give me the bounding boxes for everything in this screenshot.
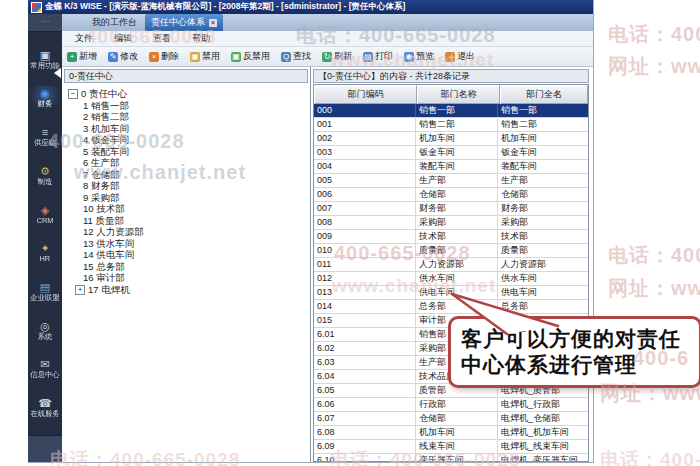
table-cell: 装配车间: [498, 160, 588, 173]
sidebar-CRM-icon: ◈: [41, 204, 49, 216]
sidebar-item-信息中心[interactable]: ✉信息中心: [28, 357, 62, 380]
table-panel: 【0-责任中心】的内容 - 共计28条记录 部门编码部门名称部门全名 000销售…: [311, 67, 593, 462]
tree-item[interactable]: 10 技术部: [68, 203, 310, 215]
toolbar-button-退出[interactable]: →退出: [445, 50, 475, 63]
toolbar-button-刷新[interactable]: ↻刷新: [322, 50, 352, 63]
sidebar-HR-icon: ✦: [40, 242, 49, 254]
sidebar-信息中心-icon: ✉: [40, 358, 49, 370]
table-cell: 总务部: [416, 300, 498, 313]
table-cell: 财务部: [416, 202, 498, 215]
menu-文件[interactable]: 文件: [75, 32, 93, 45]
table-cell: 机加车间: [416, 426, 498, 439]
sidebar-item-在线服务[interactable]: ☎在线服务: [28, 396, 62, 419]
sidebar-nav-button[interactable]: ⋯: [28, 14, 62, 32]
toolbar-刷新-icon: ↻: [322, 52, 332, 62]
table-cell: 仓储部: [416, 412, 498, 425]
sidebar-item-label: 在线服务: [30, 410, 59, 418]
toolbar-button-修改[interactable]: ✎修改: [108, 50, 138, 63]
column-header-部门名称[interactable]: 部门名称: [417, 85, 500, 104]
table-row[interactable]: 010质量部质量部: [314, 244, 588, 258]
table-cell: 006: [314, 188, 416, 201]
sidebar-collapse-arrow-icon[interactable]: [54, 68, 61, 78]
tree-expand-icon[interactable]: +: [75, 285, 85, 295]
sidebar-item-财务[interactable]: ◉财务: [28, 86, 62, 109]
tree-item[interactable]: 5 装配车间: [68, 146, 310, 158]
column-header-部门编码[interactable]: 部门编码: [314, 85, 417, 104]
sidebar-item-CRM[interactable]: ◈CRM: [28, 203, 62, 226]
tree-item[interactable]: 15 总务部: [68, 261, 310, 273]
tree-item[interactable]: 14 供电车间: [68, 249, 310, 261]
table-row[interactable]: 6.07仓储部电焊机_仓储部: [314, 412, 588, 426]
tree-collapse-icon[interactable]: −: [68, 89, 78, 99]
tree-item[interactable]: 1 销售一部: [68, 100, 310, 112]
annotation-callout: 客户可以方便的对责任 中心体系进行管理: [448, 316, 700, 388]
table-row[interactable]: 006仓储部仓储部: [314, 188, 588, 202]
table-row[interactable]: 003钣金车间钣金车间: [314, 146, 588, 160]
table-row[interactable]: 001销售二部销售二部: [314, 118, 588, 132]
table-cell: 生产部: [498, 174, 588, 187]
sidebar-item-企业联盟[interactable]: ▤企业联盟: [28, 280, 62, 303]
sidebar-item-label: 财务: [38, 100, 53, 108]
sidebar-item-HR[interactable]: ✦HR: [28, 241, 62, 264]
table-row[interactable]: 009技术部技术部: [314, 230, 588, 244]
toolbar-button-删除[interactable]: ×删除: [149, 50, 179, 63]
sidebar-item-制造[interactable]: ⚙制造: [28, 164, 62, 187]
table-row[interactable]: 000销售一部销售一部: [314, 104, 588, 118]
toolbar-button-预览[interactable]: ◉预览: [404, 50, 434, 63]
tab-close-icon[interactable]: ×: [209, 19, 217, 27]
tree-root-item[interactable]: −0 责任中心: [68, 88, 310, 100]
tree-item[interactable]: 11 质量部: [68, 215, 310, 227]
tree-item-collapsed[interactable]: +17 电焊机: [68, 284, 310, 296]
toolbar-button-反禁用[interactable]: ▣反禁用: [231, 50, 270, 63]
tree-item[interactable]: 16 审计部: [68, 272, 310, 284]
table-row[interactable]: 002机加车间机加车间: [314, 132, 588, 146]
table-row[interactable]: 014总务部总务部: [314, 300, 588, 314]
column-header-部门全名[interactable]: 部门全名: [500, 85, 588, 104]
tree-item[interactable]: 6 生产部: [68, 157, 310, 169]
tab-responsibility-center[interactable]: 责任中心体系 ×: [145, 14, 223, 31]
sidebar-item-label: 信息中心: [30, 371, 59, 379]
window-title: 金蝶 K/3 WISE - [演示版-蓝海机械有限公司] - [2008年第2期…: [45, 1, 405, 13]
table-cell: 6.03: [314, 356, 416, 369]
tree-item[interactable]: 13 供水车间: [68, 238, 310, 250]
toolbar-button-禁用[interactable]: ▣禁用: [190, 50, 220, 63]
table-cell: 人力资源部: [498, 258, 588, 271]
tree-item[interactable]: 12 人力资源部: [68, 226, 310, 238]
table-cell: 005: [314, 174, 416, 187]
callout-line1: 客户可以方便的对责任: [461, 326, 699, 352]
toolbar-button-新增[interactable]: +新增: [67, 50, 97, 63]
tree-item[interactable]: 2 销售二部: [68, 111, 310, 123]
sidebar-企业联盟-icon: ▤: [40, 281, 50, 293]
table-cell: 财务部: [498, 202, 588, 215]
tree-item[interactable]: 3 机加车间: [68, 123, 310, 135]
table-row[interactable]: 6.08机加车间电焊机_机加车间: [314, 426, 588, 440]
table-row[interactable]: 008采购部采购部: [314, 216, 588, 230]
menu-查看[interactable]: 查看: [153, 32, 171, 45]
sidebar-item-供应链[interactable]: ≡供应链: [28, 125, 62, 148]
table-row[interactable]: 6.10变压器车间电焊机_变压器车间: [314, 454, 588, 462]
menu-编辑[interactable]: 编辑: [114, 32, 132, 45]
tree-item[interactable]: 8 财务部: [68, 180, 310, 192]
toolbar-button-打印[interactable]: ▤打印: [363, 50, 393, 63]
table-row[interactable]: 6.06行政部电焊机_行政部: [314, 398, 588, 412]
tree-item[interactable]: 4 钣金车间: [68, 134, 310, 146]
sidebar-item-系统[interactable]: ◎系统: [28, 319, 62, 342]
table-row[interactable]: 004装配车间装配车间: [314, 160, 588, 174]
table-row[interactable]: 013供电车间供电车间: [314, 286, 588, 300]
table-cell: 6.04: [314, 370, 416, 383]
tree-panel-header: 0-责任中心: [64, 69, 308, 83]
tab-my-workbench[interactable]: 我的工作台: [84, 14, 145, 31]
table-cell: 线束车间: [416, 440, 498, 453]
table-row[interactable]: 6.09线束车间电焊机_线束车间: [314, 440, 588, 454]
toolbar-打印-icon: ▤: [363, 52, 373, 62]
table-row[interactable]: 011人力资源部人力资源部: [314, 258, 588, 272]
table-row[interactable]: 005生产部生产部: [314, 174, 588, 188]
tree-item[interactable]: 7 仓储部: [68, 169, 310, 181]
toolbar-button-查找[interactable]: Q查找: [281, 50, 311, 63]
menu-帮助[interactable]: 帮助: [192, 32, 210, 45]
table-cell: 技术部: [416, 230, 498, 243]
table-row[interactable]: 007财务部财务部: [314, 202, 588, 216]
table-cell: 销售一部: [498, 104, 588, 117]
table-row[interactable]: 012供水车间供水车间: [314, 272, 588, 286]
tree-item[interactable]: 9 采购部: [68, 192, 310, 204]
